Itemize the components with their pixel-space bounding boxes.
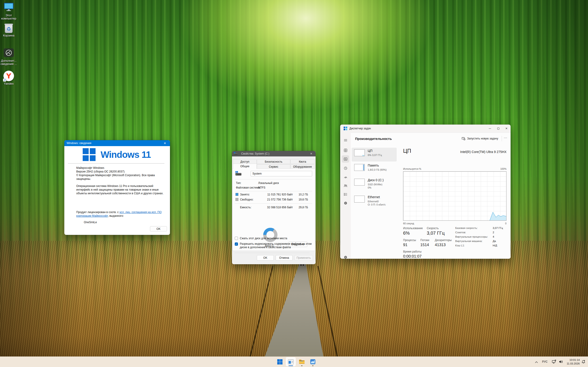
metric-item-cpu[interactable]: ЦП 6% 3,07 ГГц — [352, 148, 397, 161]
taskbar-app-file-explorer[interactable] — [297, 357, 307, 366]
desktop-icon-yandex[interactable]: Y Yandex — [0, 71, 17, 85]
taskbar-app-task-manager[interactable] — [308, 357, 318, 366]
apply-button[interactable]: Применить — [294, 255, 313, 261]
sidebar-item-services[interactable] — [342, 199, 349, 207]
desktop-icon-label: Yandex — [0, 82, 17, 85]
start-button[interactable] — [275, 357, 285, 366]
maximize-button[interactable] — [494, 125, 502, 132]
drive-icon — [234, 152, 237, 155]
winver-title: Windows: сведения — [67, 142, 91, 145]
compress-checkbox-label: Сжать этот диск для экономии места — [240, 237, 311, 240]
sidebar-item-app-history[interactable] — [342, 165, 349, 172]
compress-checkbox[interactable] — [235, 237, 238, 240]
used-space-swatch — [235, 193, 238, 196]
handles-label: Дескрипторы — [435, 239, 451, 242]
language-indicator[interactable]: РУС — [542, 360, 548, 363]
desktop-icon-additional-info[interactable]: Дополнит...сведения ... — [0, 48, 17, 66]
taskbar-app-active-dialog[interactable] — [286, 357, 296, 366]
base-speed-value: 3,07 ГГц — [493, 227, 503, 229]
divider — [502, 136, 502, 141]
network-ethernet-icon[interactable] — [552, 359, 556, 365]
desktop-icon-recycle-bin[interactable]: ♻ Корзина — [0, 24, 17, 37]
threads-value: 1514 — [420, 243, 429, 247]
sidebar-item-details[interactable] — [342, 191, 349, 198]
winver-titlebar[interactable]: Windows: сведения ✕ — [64, 140, 170, 146]
chart-y-max: 100% — [500, 167, 506, 170]
wallpaper-fence-right — [317, 266, 341, 367]
cancel-button[interactable]: Отмена — [276, 255, 293, 261]
tray-chevron-up-icon[interactable] — [535, 360, 538, 365]
task-manager-app-icon — [344, 127, 347, 130]
tab-security[interactable]: Безопасность — [257, 159, 290, 164]
properties-titlebar[interactable]: Свойства: System (C:) ✕ — [232, 151, 316, 156]
disk-thumbnail — [354, 179, 365, 186]
product-name: Майкрософт Windows — [76, 166, 167, 170]
performance-header: Производительность Запустить новую задач… — [351, 133, 510, 144]
run-new-task-button[interactable]: Запустить новую задачу — [460, 135, 500, 142]
usage-label: Использование — [403, 227, 423, 230]
uptime-value: 0:00:01:07 — [403, 254, 422, 259]
desktop-icon-this-pc[interactable]: Этоткомпьютер — [0, 2, 17, 20]
minimize-button[interactable] — [486, 125, 494, 132]
speed-label: Скорость — [427, 227, 439, 230]
filesystem-label: Файловая система: — [236, 186, 261, 189]
virtual-machine-value: Да — [493, 240, 496, 242]
task-manager-titlebar[interactable]: Диспетчер задач — [340, 125, 510, 132]
more-options-button[interactable]: ... — [504, 135, 507, 139]
tab-access[interactable]: Доступ — [233, 159, 257, 164]
chart-y-label: Используется % — [403, 167, 421, 170]
usage-value: 6% — [403, 231, 410, 236]
free-space-swatch — [235, 198, 238, 201]
cpu-thumbnail — [354, 149, 365, 156]
divider — [235, 253, 310, 253]
tab-quota[interactable]: Квота — [290, 159, 315, 164]
settings-gear-icon[interactable] — [342, 253, 349, 259]
index-checkbox[interactable]: ✓ — [235, 242, 238, 246]
ok-button[interactable]: OK — [150, 226, 167, 232]
close-button[interactable]: ✕ — [502, 125, 510, 132]
desktop-icon-label: Этоткомпьютер — [0, 14, 17, 20]
tab-general[interactable]: Общие — [233, 164, 257, 169]
disk-properties-window: Свойства: System (C:) ✕ Доступ Безопасно… — [232, 151, 316, 264]
menu-hamburger-icon[interactable] — [342, 136, 349, 144]
volume-name-input[interactable] — [251, 171, 312, 176]
processes-label: Процессы — [403, 239, 416, 242]
open-app-indicator — [301, 365, 303, 366]
memory-thumbnail — [354, 164, 365, 171]
virtual-machine-label: Виртуальная машина: — [455, 240, 482, 242]
task-manager-sidebar — [340, 132, 351, 259]
used-label: Занято: — [240, 193, 250, 196]
processes-value: 91 — [403, 243, 407, 247]
cpu-heading: ЦП — [403, 148, 411, 154]
licensee-name: OneSmiLe — [84, 220, 167, 224]
active-app-indicator — [288, 365, 293, 366]
taskbar: РУС 10:01:14 11.03.2026 — [0, 357, 588, 367]
cpu-usage-area — [490, 212, 506, 220]
windows-flag-icon — [83, 148, 95, 161]
tray-date: 11.03.2026 — [567, 362, 580, 365]
yandex-browser-icon: Y — [3, 71, 14, 81]
license-text: Продукт лицензирован в соотв. с усл. лиц… — [76, 210, 167, 224]
close-icon[interactable]: ✕ — [162, 142, 168, 145]
metric-item-ethernet[interactable]: Ethernet Ethernet0 О: 0 П: 0 кбит/с — [352, 194, 397, 211]
volume-icon[interactable] — [559, 359, 563, 365]
recycle-glyph: ♻ — [5, 26, 12, 32]
metric-item-disk[interactable]: Диск 0 (C:) SSD (NVMe) 0% — [352, 177, 397, 194]
clock[interactable]: 10:01:14 11.03.2026 — [567, 358, 580, 365]
ethernet-thumbnail — [354, 196, 365, 202]
desktop-icon-label: Корзина — [0, 34, 17, 37]
ok-button[interactable]: OK — [257, 255, 274, 261]
properties-title: Свойства: System (C:) — [241, 152, 269, 155]
threads-label: Потоки — [420, 239, 429, 242]
divider — [235, 203, 312, 204]
wallpaper-fence-left — [246, 266, 273, 367]
sidebar-item-users[interactable] — [342, 182, 349, 189]
sidebar-item-startup-apps[interactable] — [342, 173, 349, 181]
metric-item-memory[interactable]: Память 1,8/2,0 ГБ (90%) — [352, 162, 397, 176]
close-icon[interactable]: ✕ — [309, 152, 314, 155]
notification-bell-dnd-icon[interactable] — [581, 359, 586, 365]
sidebar-item-performance[interactable] — [342, 155, 349, 163]
sidebar-item-processes[interactable] — [342, 147, 349, 154]
capacity-size: 29,8 ГБ — [299, 206, 308, 209]
free-label: Свободно: — [240, 198, 254, 201]
